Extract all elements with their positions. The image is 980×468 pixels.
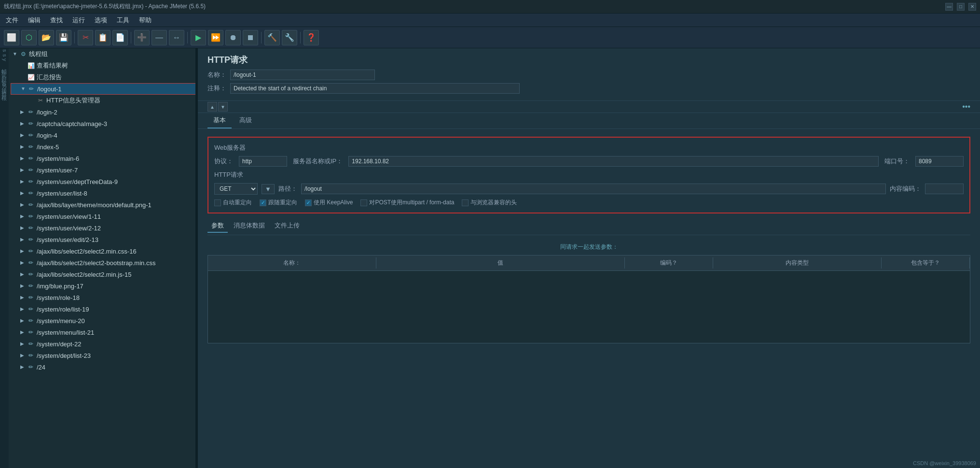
method-dropdown-btn[interactable]: ▼ <box>262 184 275 194</box>
sidebar-item-defaultpng[interactable]: ▶ ✏ /ajax/libs/layer/theme/moon/default.… <box>11 199 197 211</box>
sidebar-item-captcha[interactable]: ▶ ✏ /captcha/captchaImage-3 <box>11 118 197 129</box>
tab-advanced[interactable]: 高级 <box>234 113 258 128</box>
sidebar-item-24[interactable]: ▶ ✏ /24 <box>11 361 197 373</box>
tab-basic[interactable]: 基本 <box>207 113 232 128</box>
vertical-labels: s s y 帧 证 好 暂 另 接 群 根 <box>0 48 9 468</box>
sidebar-item-blue17[interactable]: ▶ ✏ /img/blue.png-17 <box>11 280 197 292</box>
sidebar-label-menu20: /system/menu-20 <box>37 317 85 325</box>
sidebar-item-menulist21[interactable]: ▶ ✏ /system/menu/list-21 <box>11 326 197 338</box>
pencil-icon-role18: ✏ <box>27 294 35 301</box>
toolbar-add[interactable]: ➕ <box>134 30 150 45</box>
table-header: 名称： 值 编码？ 内容类型 包含等于？ <box>207 255 970 271</box>
checkbox-auto-redirect[interactable]: 自动重定向 <box>214 199 252 207</box>
server-input[interactable] <box>348 156 879 167</box>
sidebar-item-main-6[interactable]: ▶ ✏ /system/main-6 <box>11 153 197 164</box>
toolbar-run-all[interactable]: ⏩ <box>208 30 223 45</box>
sidebar-item-thread-group[interactable]: ▼ ⚙ 线程组 <box>11 48 197 60</box>
toolbar-stop-all[interactable]: ⏹ <box>243 30 258 45</box>
toolbar-help[interactable]: ❓ <box>304 30 319 45</box>
toolbar-move[interactable]: ↔ <box>169 30 184 45</box>
http-request-title: HTTP请求 <box>214 170 964 179</box>
arrow-dept22: ▶ <box>20 341 26 347</box>
checkbox-label-keepalive: 使用 KeepAlive <box>314 199 353 207</box>
method-select[interactable]: GET POST PUT DELETE <box>214 183 258 195</box>
params-tab-files[interactable]: 文件上传 <box>271 219 304 233</box>
toolbar-cut[interactable]: ✂ <box>78 30 93 45</box>
sidebar-item-summary[interactable]: ▶ 📈 汇总报告 <box>11 71 197 83</box>
params-tab-params[interactable]: 参数 <box>207 219 228 233</box>
comment-input[interactable] <box>230 83 520 94</box>
toolbar-save[interactable]: 💾 <box>56 30 71 45</box>
titlebar: 线程组.jmx (E:\jmeter\apache-jmeter-5.6.5\线… <box>0 0 980 14</box>
toolbar-copy[interactable]: 📋 <box>95 30 110 45</box>
sidebar-item-login-2[interactable]: ▶ ✏ /login-2 <box>11 106 197 118</box>
sidebar-item-dept22[interactable]: ▶ ✏ /system/dept-22 <box>11 338 197 350</box>
sidebar-item-login-4[interactable]: ▶ ✏ /login-4 <box>11 129 197 141</box>
sidebar-item-menu20[interactable]: ▶ ✏ /system/menu-20 <box>11 315 197 326</box>
chart-icon-2: 📈 <box>27 73 35 81</box>
checkbox-multipart[interactable]: 对POST使用multipart / form-data <box>360 199 454 207</box>
arrow-up-btn[interactable]: ▲ <box>207 102 217 112</box>
checkbox-box-browser[interactable] <box>462 199 469 206</box>
menu-find[interactable]: 查找 <box>46 15 67 26</box>
web-server-title: Web服务器 <box>214 143 964 152</box>
sidebar-item-rolelist19[interactable]: ▶ ✏ /system/role/list-19 <box>11 303 197 315</box>
checkbox-keepalive[interactable]: ✓ 使用 KeepAlive <box>305 199 353 207</box>
sidebar-resize-handle[interactable] <box>195 48 197 468</box>
checkbox-box-keepalive[interactable]: ✓ <box>305 199 312 206</box>
params-tab-body[interactable]: 消息体数据 <box>230 219 269 233</box>
toolbar-new[interactable]: ⬜ <box>4 30 19 45</box>
arrow-down-btn[interactable]: ▼ <box>218 102 228 112</box>
sidebar-item-index-5[interactable]: ▶ ✏ /index-5 <box>11 141 197 153</box>
checkbox-box-auto[interactable] <box>214 199 221 206</box>
v-label-s1: s <box>0 48 9 53</box>
sidebar-item-http-header[interactable]: ▶ ✂ HTTP信息头管理器 <box>11 95 197 106</box>
toolbar-template[interactable]: ⬡ <box>21 30 37 45</box>
checkbox-box-multipart[interactable] <box>360 199 367 206</box>
sidebar-item-user-7[interactable]: ▶ ✏ /system/user-7 <box>11 164 197 176</box>
sidebar-item-view-results[interactable]: ▶ 📊 查看结果树 <box>11 60 197 71</box>
toolbar-stop[interactable]: ⏺ <box>225 30 241 45</box>
menu-help[interactable]: 帮助 <box>135 15 155 26</box>
name-input[interactable] <box>230 70 375 80</box>
v-label-s2: s <box>0 53 9 58</box>
toolbar-settings[interactable]: 🔧 <box>282 30 297 45</box>
menu-run[interactable]: 运行 <box>69 15 89 26</box>
v-label-root: 根 <box>0 89 9 93</box>
sidebar-item-deptTreeData[interactable]: ▶ ✏ /system/user/deptTreeData-9 <box>11 176 197 187</box>
checkbox-box-follow[interactable]: ✓ <box>260 199 266 206</box>
content-title: HTTP请求 <box>207 54 970 66</box>
checkbox-follow-redirect[interactable]: ✓ 跟随重定向 <box>260 199 297 207</box>
sidebar-item-select2css[interactable]: ▶ ✏ /ajax/libs/select2/select2.min.css-1… <box>11 245 197 257</box>
sidebar-item-deptlist23[interactable]: ▶ ✏ /system/dept/list-23 <box>11 350 197 361</box>
close-button[interactable]: ✕ <box>968 3 976 11</box>
sidebar-label-dept22: /system/dept-22 <box>37 340 82 348</box>
toolbar-run[interactable]: ▶ <box>191 30 206 45</box>
toolbar-paste[interactable]: 📄 <box>112 30 128 45</box>
toolbar-open[interactable]: 📂 <box>39 30 54 45</box>
sidebar-item-view12[interactable]: ▶ ✏ /system/user/view/2-12 <box>11 222 197 234</box>
sidebar-item-edit13[interactable]: ▶ ✏ /system/user/edit/2-13 <box>11 234 197 245</box>
sidebar-item-select2js[interactable]: ▶ ✏ /ajax/libs/select2/select2.min.js-15 <box>11 269 197 280</box>
minimize-button[interactable]: — <box>945 3 953 11</box>
arrow-view11: ▶ <box>20 213 26 219</box>
sidebar-item-logout-1[interactable]: ▼ ✏ /logout-1 <box>11 83 197 95</box>
menu-options[interactable]: 选项 <box>91 15 111 26</box>
more-options-btn[interactable]: ••• <box>962 102 970 111</box>
protocol-input[interactable] <box>239 156 287 167</box>
menu-file[interactable]: 文件 <box>2 15 22 26</box>
sidebar-item-role18[interactable]: ▶ ✏ /system/role-18 <box>11 292 197 303</box>
port-input[interactable] <box>915 156 964 167</box>
maximize-button[interactable]: □ <box>957 3 965 11</box>
sidebar-label-dept9: /system/user/deptTreeData-9 <box>37 178 118 185</box>
menu-tools[interactable]: 工具 <box>113 15 133 26</box>
encoding-input[interactable] <box>925 184 964 194</box>
path-input[interactable] <box>301 184 886 194</box>
toolbar-hammer[interactable]: 🔨 <box>264 30 280 45</box>
menu-edit[interactable]: 编辑 <box>24 15 44 26</box>
checkbox-browser-compat[interactable]: 与浏览器兼容的头 <box>462 199 517 207</box>
sidebar-item-view11[interactable]: ▶ ✏ /system/user/view/1-11 <box>11 211 197 222</box>
sidebar-item-select2bootstrap[interactable]: ▶ ✏ /ajax/libs/select2/select2-bootstrap… <box>11 257 197 269</box>
sidebar-item-list-8[interactable]: ▶ ✏ /system/user/list-8 <box>11 187 197 199</box>
toolbar-remove[interactable]: — <box>152 30 167 45</box>
